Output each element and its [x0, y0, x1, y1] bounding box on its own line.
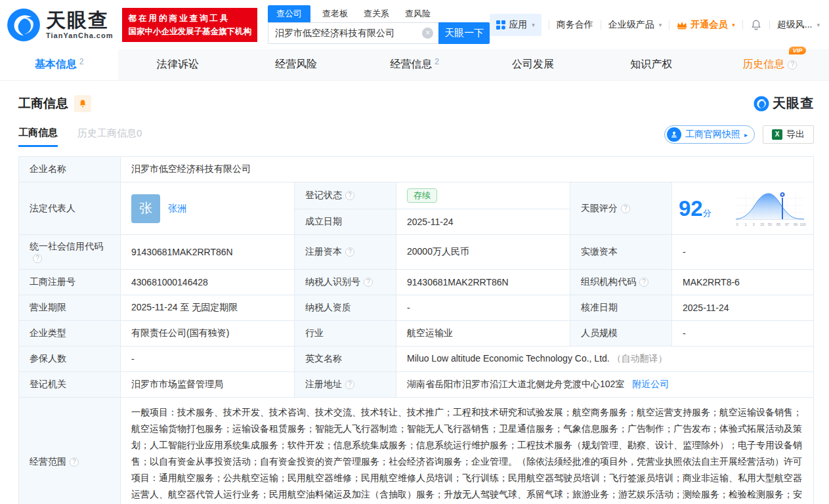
legal-rep-link[interactable]: 张洲	[168, 203, 186, 215]
field-label: 核准日期	[581, 302, 618, 312]
reg-number-value: 430681000146428	[121, 270, 295, 295]
open-membership-menu[interactable]: 开通会员 ▾	[677, 19, 735, 31]
field-label: 成立日期	[305, 216, 342, 226]
export-label: 导出	[786, 129, 805, 140]
auto-translate-note: （自动翻译）	[612, 353, 668, 364]
field-value: 20000万人民币	[407, 246, 469, 257]
insured-count-label: 参保人数	[19, 346, 121, 372]
help-icon[interactable]: ?	[345, 191, 354, 200]
company-nav-tabs: 基本信息 2 法律诉讼 经营风险 经营信息 2 公司发展 知识产权 历史信息 V…	[0, 49, 829, 81]
score-value: 92分	[672, 182, 814, 235]
avatar[interactable]: 张	[131, 194, 160, 223]
field-label: 经营范围	[30, 456, 66, 467]
search-submit-button[interactable]: 天眼一下	[438, 22, 490, 44]
field-label: 登记机关	[30, 379, 66, 389]
table-row: 企业类型 有限责任公司(国有独资) 行业 航空运输业 人员规模 -	[19, 321, 814, 346]
subtab-history-business-info[interactable]: 历史工商信息0	[77, 127, 142, 146]
tab-intellectual-property[interactable]: 知识产权	[592, 49, 710, 80]
crown-icon	[677, 20, 687, 30]
field-value: 湖南省岳阳市汨罗市沿江大道北侧龙舟竞渡中心102室	[407, 379, 624, 389]
field-value: -	[683, 247, 686, 257]
cooperation-menu[interactable]: 商务合作	[557, 19, 593, 31]
field-label: 天眼评分	[581, 203, 618, 213]
reg-capital-value: 20000万人民币	[396, 235, 570, 270]
field-label: 企业名称	[30, 163, 66, 174]
field-value: -	[683, 328, 686, 339]
reg-address-label: 注册地址?	[295, 372, 396, 398]
help-icon[interactable]: ?	[33, 254, 42, 263]
svg-text:15: 15	[760, 222, 764, 226]
logo-swirl-icon	[754, 96, 769, 112]
super-risk-menu[interactable]: 超级风... ▾	[777, 19, 820, 31]
search-input[interactable]	[268, 22, 438, 44]
field-value: 2025-11-24	[407, 217, 454, 227]
english-name-value: Miluo Low altitude Economic Technology C…	[396, 346, 814, 372]
field-label: 注册资本	[305, 246, 342, 257]
export-button[interactable]: X 导出	[763, 125, 814, 144]
promo-line2: 国家中小企业发展子基金旗下机构	[128, 25, 251, 38]
field-value: -	[131, 354, 135, 364]
stamp-icon	[667, 127, 681, 142]
search-input-box: ×	[268, 22, 438, 44]
field-value: 航空运输业	[407, 327, 453, 338]
field-label: 登记状态	[305, 190, 342, 200]
org-code-label: 组织机构代码?	[570, 270, 672, 295]
svg-text:0: 0	[736, 222, 738, 226]
field-label: 组织机构代码	[581, 276, 636, 287]
nearby-companies-link[interactable]: 附近公司	[632, 379, 669, 389]
paid-capital-value: -	[672, 235, 814, 270]
tab-history-info[interactable]: 历史信息 VIP ?	[711, 49, 829, 80]
help-icon[interactable]: ?	[788, 60, 797, 70]
company-type-value: 有限责任公司(国有独资)	[121, 321, 295, 346]
field-label: 企业类型	[30, 327, 66, 338]
field-label: 统一社会信用代码	[30, 241, 103, 251]
tab-label: 基本信息	[35, 58, 77, 72]
apps-menu[interactable]: 应用 ▾	[490, 14, 542, 36]
search-tab-company[interactable]: 查公司	[268, 5, 310, 22]
field-label: 法定代表人	[30, 203, 75, 213]
subtab-business-info[interactable]: 工商信息	[18, 127, 58, 147]
business-term-value: 2025-11-24 至 无固定期限	[121, 295, 295, 321]
tab-label: 法律诉讼	[157, 58, 199, 72]
tab-operation-risk[interactable]: 经营风险	[237, 49, 355, 80]
field-value: 汨罗市低空经济科技有限公司	[131, 163, 251, 174]
english-name-label: 英文名称	[295, 346, 396, 372]
business-scope-label: 经营范围?	[19, 398, 121, 504]
search-tab-boss[interactable]: 查老板	[322, 5, 348, 22]
enterprise-products-menu[interactable]: 企业级产品 ▾	[608, 19, 662, 31]
search-tab-risk[interactable]: 查风险	[405, 5, 431, 22]
staff-size-value: -	[672, 321, 814, 346]
tab-legal-proceedings[interactable]: 法律诉讼	[118, 49, 236, 80]
promo-badge: 都在用的商业查询工具 国家中小企业发展子基金旗下机构	[122, 8, 257, 42]
brand-name: 天眼查	[46, 10, 113, 30]
tab-label: 历史信息	[742, 58, 784, 72]
status-badge: 存续	[407, 188, 437, 203]
field-label: 行业	[305, 327, 324, 338]
page-title: 工商信息	[18, 95, 68, 112]
field-label: 参保人数	[30, 353, 66, 364]
chevron-down-icon: ▾	[732, 22, 735, 28]
taxpayer-id-value: 91430681MAK2RRT86N	[396, 270, 570, 295]
help-icon[interactable]: ?	[345, 247, 354, 257]
help-icon[interactable]: ?	[345, 380, 354, 389]
tab-company-development[interactable]: 公司发展	[474, 49, 592, 80]
tab-basic-info[interactable]: 基本信息 2	[0, 49, 118, 80]
help-icon[interactable]: ?	[621, 204, 630, 213]
subscribe-bell-button[interactable]	[74, 95, 91, 112]
help-icon[interactable]: ?	[70, 457, 79, 467]
field-label: 注册地址	[305, 379, 342, 389]
help-icon[interactable]: ?	[639, 278, 648, 287]
search-tab-relation[interactable]: 查关系	[364, 5, 389, 22]
notification-bell[interactable]	[750, 19, 762, 31]
chart-x-axis-labels: 0 1 3 15 50 85 97 99 100	[736, 222, 805, 226]
official-snapshot-button[interactable]: 工商官网快照 ▸	[664, 125, 755, 144]
help-icon[interactable]: ?	[364, 278, 373, 287]
subtab-row: 工商信息 历史工商信息0 工商官网快照 ▸ X 导出	[18, 125, 814, 148]
field-value: 有限责任公司(国有独资)	[131, 327, 229, 338]
chevron-down-icon: ▾	[659, 22, 662, 28]
taxpayer-id-label: 纳税人识别号?	[295, 270, 396, 295]
watermark-logo: 天眼查	[754, 94, 814, 112]
credit-code-value: 91430681MAK2RRT86N	[121, 235, 295, 270]
tianyancha-logo[interactable]: 天眼查 TianYanCha.com	[7, 8, 113, 42]
tab-operation-info[interactable]: 经营信息 2	[355, 49, 473, 80]
